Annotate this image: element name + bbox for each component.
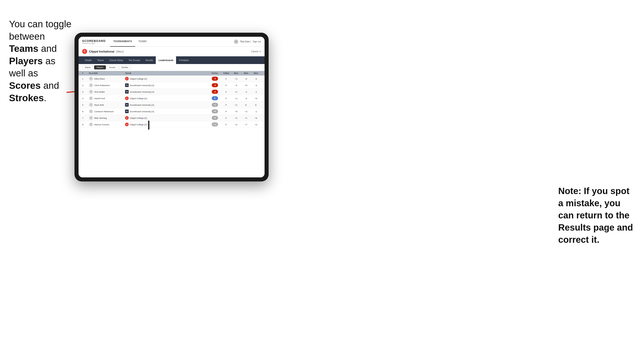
- table-row[interactable]: 8 Marcus Turners C Clippd College [A] +1…: [78, 121, 264, 128]
- close-icon: ✕: [259, 50, 261, 53]
- left-annotation: You can toggle between Teams and Players…: [9, 18, 72, 104]
- team-name: Clippd College [A]: [130, 123, 147, 126]
- tournament-title-row: C Clippd Invitational (Men): [82, 49, 124, 54]
- team-name: Scoreboard University [A]: [130, 104, 154, 106]
- tablet-screen: SCOREBOARD Powered by clippd TOURNAMENTS…: [78, 37, 264, 177]
- svg-point-4: [90, 91, 92, 92]
- cancel-button[interactable]: Cancel ✕: [251, 50, 261, 53]
- tab-results[interactable]: Results: [143, 56, 156, 64]
- tab-printables[interactable]: Printables: [176, 56, 192, 64]
- nav-teams[interactable]: TEAMS: [135, 37, 150, 47]
- team-logo: C: [125, 96, 129, 100]
- team-name: Scoreboard University [A]: [130, 91, 154, 93]
- total-badge: E: [212, 96, 218, 100]
- svg-point-5: [90, 97, 92, 99]
- team-name: Scoreboard University [A]: [130, 84, 154, 87]
- tournament-name: Clippd Invitational (Men): [89, 50, 124, 53]
- avatar: [89, 83, 93, 87]
- team-name: Scoreboard University [A]: [130, 110, 154, 113]
- team-logo: C: [125, 116, 129, 120]
- sub-tab-strokes[interactable]: Strokes: [119, 65, 131, 69]
- total-badge: +11: [212, 122, 218, 127]
- team-name: Clippd College [A]: [130, 97, 147, 100]
- table-body: 1 Elliot Ebert C Clippd College [A] -8F+…: [78, 75, 264, 128]
- tournament-header: C Clippd Invitational (Men) Cancel ✕: [78, 47, 264, 56]
- table-header: # PLAYER TEAM TOTAL THRU RD1 RD2 RD3: [78, 71, 264, 75]
- sub-tab-scores[interactable]: Scores: [107, 65, 118, 69]
- player-name: Elliot Ebert: [94, 78, 105, 80]
- total-badge: -2: [212, 90, 218, 94]
- logo-sub: Powered by clippd: [82, 43, 106, 44]
- tablet-frame: SCOREBOARD Powered by clippd TOURNAMENTS…: [74, 33, 268, 181]
- clippd-logo: C: [82, 49, 87, 54]
- total-badge: +1: [212, 103, 218, 107]
- leaderboard-table: # PLAYER TEAM TOTAL THRU RD1 RD2 RD3 1 E…: [78, 71, 264, 177]
- table-row[interactable]: 6 Cameron Robertson SB Scoreboard Univer…: [78, 108, 264, 115]
- table-row[interactable]: 5 Rees Britt SB Scoreboard University [A…: [78, 102, 264, 108]
- svg-point-8: [90, 117, 92, 118]
- team-logo: SB: [125, 90, 129, 94]
- table-row[interactable]: 1 Elliot Ebert C Clippd College [A] -8F+…: [78, 75, 264, 82]
- svg-point-3: [90, 84, 92, 85]
- sub-tabs: Teams Players Scores Strokes: [78, 64, 264, 71]
- tab-bar: Details Teams Course Setup Tee Groups Re…: [78, 56, 264, 64]
- player-name: Rich Butler: [94, 91, 105, 93]
- avatar: [89, 96, 93, 100]
- table-row[interactable]: 4 David Ford C Clippd College [A] EF+1-4…: [78, 95, 264, 102]
- team-name: Clippd College [A]: [130, 117, 147, 119]
- tab-teams[interactable]: Teams: [94, 56, 106, 64]
- side-button: [148, 121, 150, 130]
- logo-text: SCOREBOARD: [82, 39, 106, 43]
- total-badge: -4: [212, 83, 218, 87]
- player-name: Marcus Turners: [94, 123, 109, 126]
- user-name: Test User |: [240, 40, 251, 43]
- nav-tournaments[interactable]: TOURNAMENTS: [110, 37, 135, 47]
- sub-tab-players[interactable]: Players: [94, 65, 106, 69]
- team-name: Clippd College [A]: [130, 78, 147, 80]
- nav-right: Test User | Sign out: [234, 39, 261, 44]
- team-logo: SB: [125, 103, 129, 107]
- player-name: Cameron Robertson: [94, 110, 114, 113]
- nav-links: TOURNAMENTS TEAMS: [110, 37, 234, 47]
- team-logo: C: [125, 77, 129, 80]
- top-nav: SCOREBOARD Powered by clippd TOURNAMENTS…: [78, 37, 264, 47]
- table-row[interactable]: 7 Blair McHarg C Clippd College [A] +8F+…: [78, 115, 264, 121]
- avatar: [89, 116, 93, 120]
- table-row[interactable]: 2 Chris Robertson SB Scoreboard Universi…: [78, 82, 264, 89]
- user-icon: [234, 39, 238, 44]
- sign-out[interactable]: Sign out: [252, 40, 261, 43]
- avatar: [89, 109, 93, 113]
- player-name: Chris Robertson: [94, 84, 110, 87]
- avatar: [89, 90, 93, 94]
- tab-details[interactable]: Details: [82, 56, 94, 64]
- svg-point-6: [90, 104, 92, 105]
- player-name: Rees Britt: [94, 104, 104, 106]
- total-badge: -8: [212, 77, 218, 81]
- team-logo: C: [125, 123, 129, 126]
- avatar: [89, 103, 93, 107]
- svg-point-1: [236, 41, 236, 42]
- tab-leaderboards[interactable]: Leaderboards: [156, 56, 176, 64]
- team-logo: SB: [125, 110, 129, 113]
- table-row[interactable]: 3 Rich Butler SB Scoreboard University […: [78, 89, 264, 95]
- tab-course-setup[interactable]: Course Setup: [106, 56, 126, 64]
- player-name: David Ford: [94, 97, 105, 100]
- tab-tee-groups[interactable]: Tee Groups: [126, 56, 143, 64]
- avatar: [89, 122, 93, 127]
- player-name: Blair McHarg: [94, 117, 107, 119]
- sub-tab-teams[interactable]: Teams: [82, 65, 93, 69]
- total-badge: +6: [212, 109, 218, 113]
- total-badge: +8: [212, 116, 218, 120]
- svg-point-9: [90, 124, 92, 125]
- logo-area: SCOREBOARD Powered by clippd: [82, 39, 106, 44]
- right-annotation: Note: If you spot a mistake, you can ret…: [558, 185, 635, 246]
- team-logo: SB: [125, 83, 129, 87]
- avatar: [89, 77, 93, 81]
- svg-point-2: [90, 78, 92, 79]
- svg-point-7: [90, 110, 92, 112]
